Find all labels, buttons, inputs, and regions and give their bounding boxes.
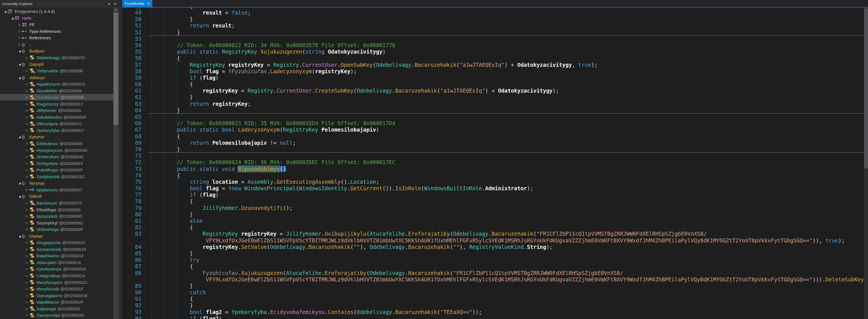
tree-item-azusamecely[interactable]: ▷Azusamecely@02000029 (0, 246, 113, 253)
tree-item-budipon[interactable]: ◢{}Budipon (0, 48, 113, 54)
expander-closed-icon[interactable]: ▷ (25, 314, 29, 317)
code-line-87[interactable]: 87 { (122, 263, 864, 269)
code-line-56[interactable]: 56 { (122, 55, 864, 61)
code-line-85[interactable]: 85 } (122, 250, 864, 257)
tree-item-jilifyhomer[interactable]: ▷Jilifyhomer@0200000A (0, 107, 113, 114)
expander-closed-icon[interactable]: ▷ (25, 96, 29, 99)
code-line-73[interactable]: 73 public static void Ripuvodubimyv() (122, 166, 864, 172)
code-line-67[interactable]: 67 public static bool Ladecyzonyxym(Regi… (122, 127, 864, 133)
tree-item-vajodibacuv[interactable]: ▷Vajodibacuv@0200002F (0, 299, 113, 305)
code-line-90[interactable]: 90 catch (122, 289, 864, 296)
tree-item-hello[interactable]: ◢Hello (0, 15, 113, 21)
panel-close-button[interactable]: ✕ (113, 1, 118, 6)
expander-closed-icon[interactable]: ▷ (25, 274, 29, 277)
expander-open-icon[interactable]: ◢ (18, 182, 22, 185)
code-line-50[interactable]: 50 } (122, 16, 864, 23)
expander-closed-icon[interactable]: ▷ (25, 228, 29, 231)
code-line-49[interactable]: 49 result = false; (122, 9, 864, 16)
expander-closed-icon[interactable]: ▷ (18, 43, 22, 46)
tree-item-zaxutynufad[interactable]: ▷Zaxutynufad@02000033 (0, 312, 113, 318)
tree-item-pe[interactable]: ▷PE (0, 21, 113, 28)
expander-closed-icon[interactable]: ▷ (25, 83, 29, 86)
scrollbar-up-arrow[interactable]: ▲ (113, 8, 118, 11)
code-line-60[interactable]: 60 { (122, 81, 864, 88)
tree-scrollbar[interactable]: ▲ (113, 7, 118, 319)
expander-closed-icon[interactable]: ▷ (25, 116, 29, 119)
expander-closed-icon[interactable]: ▷ (25, 294, 29, 297)
tree-item-tozonyhiryt[interactable]: ▷Tozonyhiryt@0200006D (0, 220, 113, 226)
assembly-explorer-titlebar[interactable]: Assembly Explorer ▾ ✕ (0, 0, 118, 7)
panel-splitter[interactable] (118, 0, 122, 319)
code-line-55[interactable]: 55 public static RegistryKey Xujukuzugez… (122, 49, 864, 55)
code-line-75[interactable]: 75 string location = Assembly.GetExecuti… (122, 179, 864, 185)
tree-item-fyzuhicufav[interactable]: ▷♥Fyzuhicufav@0200000B (0, 94, 113, 100)
code-line-79[interactable]: 79 Jilifyhomer.Uzuxuvedytifi(); (122, 205, 864, 211)
expander-open-icon[interactable]: ◢ (18, 76, 22, 79)
code-line-94[interactable]: 94 if (flag2) (122, 315, 864, 319)
code-line-78[interactable]: 78 { (122, 198, 864, 204)
tree-item-dapupil[interactable]: ◢{}Dapupil (0, 61, 113, 67)
code-line-69[interactable]: 69 return Pelomesilobajapiv != null; (122, 140, 864, 146)
tree-item-orefypefyte[interactable]: ▷Orefypefyte@02000043 (0, 160, 113, 167)
expander-closed-icon[interactable]: ▷ (25, 69, 29, 72)
code-line-80[interactable]: 80 } (122, 211, 864, 218)
tree-item-uhilinehego[interactable]: ▷Uhilinehego@0200006F (0, 226, 113, 232)
code-line-wrap[interactable]: VFY9LxdfUxJGeE0wElZbS11WSVFpVScYTBITMRJW… (122, 276, 864, 283)
editor-scrollbar[interactable] (864, 7, 868, 319)
code-line-58[interactable]: 58 bool flag = !Fyzuhicufav.Ladecyzonyxy… (122, 68, 864, 75)
expander-closed-icon[interactable]: ▷ (25, 287, 29, 290)
tree-item-okiruzigura[interactable]: ▷♥Okiruzigura@02000011 (0, 120, 113, 127)
tree-item-baruhicyxir[interactable]: ▷♥Baruhicyxir@02000070 (0, 200, 113, 206)
assembly-tree[interactable]: ◢Emyjyceroru (1.4.4.8)◢Hello▷PE▷Type Ref… (0, 7, 113, 319)
code-line-63[interactable]: 63 return registryKey; (122, 101, 864, 107)
expander-closed-icon[interactable]: ▷ (18, 30, 22, 33)
tree-item-emyjyceroru-1-4-4-8-[interactable]: ◢Emyjyceroru (1.4.4.8) (0, 8, 113, 14)
code-line-68[interactable]: 68 { (122, 133, 864, 140)
tree-item-ihugyrozury[interactable]: ▷♥Ihugyrozury@02000012 (0, 101, 113, 107)
code-line-62[interactable]: 62 } (122, 94, 864, 100)
expander-closed-icon[interactable]: ▷ (25, 254, 29, 257)
code-line-70[interactable]: 70 } (122, 146, 864, 153)
editor-scrollbar-thumb[interactable] (864, 8, 868, 168)
code-line-48[interactable]: 48 { (122, 7, 864, 9)
tree-item-type-references[interactable]: ▷Type References (0, 28, 113, 34)
code-line-77[interactable]: 77 if (flag) (122, 192, 864, 198)
expander-open-icon[interactable]: ◢ (10, 17, 14, 20)
expander-open-icon[interactable]: ◢ (18, 135, 22, 138)
tree-item-ipuzycytedi[interactable]: ▷Ipuzycytedi@02000060 (0, 213, 113, 219)
expander-closed-icon[interactable]: ▷ (25, 307, 29, 310)
code-line-wrap[interactable]: VFY9LxdfUxJGeE0wElZbS11WSVFpVScYTBITMRJW… (122, 237, 864, 244)
tree-item-pubotihujys[interactable]: ▷Pubotihujys@0200003F (0, 167, 113, 173)
expander-open-icon[interactable]: ◢ (18, 195, 22, 198)
code-line-59[interactable]: 59 if (flag) (122, 75, 864, 81)
expander-closed-icon[interactable]: ▷ (25, 168, 29, 171)
tree-item-ybifycutehe[interactable]: ▷♥Ybifycutehe@02000006 (0, 68, 113, 74)
expander-closed-icon[interactable]: ▷ (25, 109, 29, 112)
expander-open-icon[interactable]: ◢ (3, 10, 7, 13)
tree-item-ityjabexuzu[interactable]: ▷Ityjabexuzu@02000037 (0, 187, 113, 193)
tab-close-icon[interactable]: ✕ (147, 2, 150, 6)
code-line-93[interactable]: 93 bool flag2 = Ypekaryfyba.Ecidyvobafem… (122, 309, 864, 315)
tree-item-mevylixurab[interactable]: ▷Mevylixurab@0200001F (0, 286, 113, 292)
tree-scrollbar-thumb[interactable] (113, 12, 118, 125)
code-line-74[interactable]: 74 { (122, 172, 864, 179)
expander-closed-icon[interactable]: ▷ (25, 215, 29, 218)
code-line-89[interactable]: 89 } (122, 283, 864, 289)
expander-closed-icon[interactable]: ▷ (25, 89, 29, 92)
code-line-52[interactable]: 52 } (122, 29, 864, 36)
expander-closed-icon[interactable]: ▷ (25, 162, 29, 165)
expander-closed-icon[interactable]: ▷ (25, 267, 29, 270)
tree-item-jidaxujatel[interactable]: ▷Jidaxujatel@02000018 (0, 259, 113, 266)
tree-item-atucafelihe[interactable]: ▷Atucafelihe@02000008 (0, 88, 113, 94)
tree-item-osevagipame[interactable]: ▷Osevagipame@0200001B (0, 292, 113, 299)
tree-item-efisotifupo[interactable]: ▷Efisotifupo@02000069 (0, 206, 113, 213)
code-line-54[interactable]: 54 // Token: 0x06000022 RID: 34 RVA: 0x0… (122, 42, 864, 49)
expander-closed-icon[interactable]: ▷ (25, 142, 29, 145)
code-line-66[interactable]: 66 // Token: 0x06000023 RID: 35 RVA: 0x0… (122, 120, 864, 127)
tree-item-references[interactable]: ▷References (0, 34, 113, 41)
code-line-76[interactable]: 76 bool flag = !new WindowsPrincipal(Win… (122, 185, 864, 192)
tree-item-ikajafokamo[interactable]: ▷Ikajafokamo@02000014 (0, 253, 113, 259)
expander-closed-icon[interactable]: ▷ (25, 122, 29, 125)
code-line-81[interactable]: 81 else (122, 218, 864, 224)
tree-item-jobocyn[interactable]: ◢{}Jobocyn (0, 74, 113, 81)
